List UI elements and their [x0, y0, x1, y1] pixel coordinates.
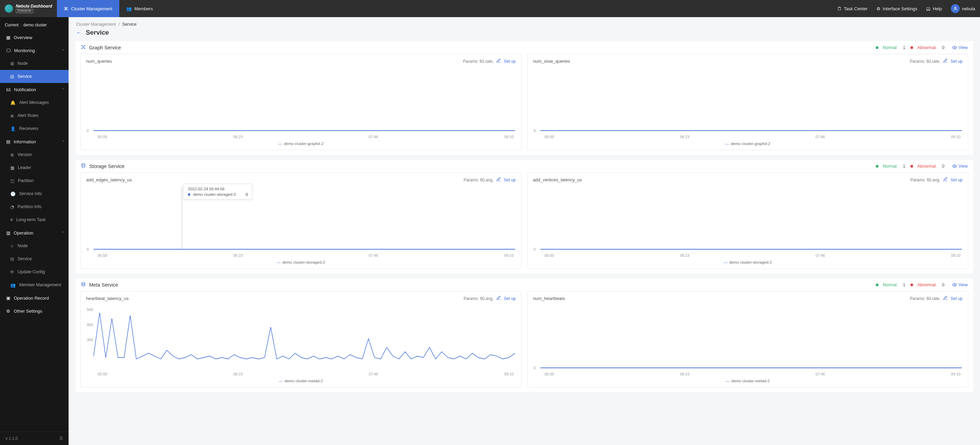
x-tick: 09:10 — [504, 253, 514, 257]
nav-cluster-management[interactable]: ⌘ Cluster Management — [57, 0, 119, 17]
sidebar-item-label: Operation Record — [14, 296, 49, 301]
tooltip-value: 0 — [246, 192, 248, 196]
sidebar-item-label: Version — [18, 152, 32, 157]
edit-icon[interactable] — [943, 177, 948, 183]
sidebar-monitoring[interactable]: 🖵Monitoring⌃ — [0, 44, 68, 57]
sidebar-alert-messages[interactable]: 🔔Alert Messages — [0, 96, 68, 109]
help-icon: 🕮 — [926, 6, 931, 11]
current-label: Current — [5, 22, 19, 27]
sidebar-service-info[interactable]: 🕐Service Info — [0, 187, 68, 200]
sidebar-information[interactable]: ▤Information⌃ — [0, 135, 68, 148]
sidebar-update-config[interactable]: ⟳Update Config — [0, 265, 68, 278]
service-section-graph: Graph Service Normal: 1 Abnormal: 0 View… — [75, 41, 973, 155]
nav-label: Cluster Management — [71, 6, 113, 11]
sidebar-item-label: Operation — [14, 230, 33, 235]
view-label: View — [958, 283, 968, 287]
sidebar-overview[interactable]: ▦Overview — [0, 31, 68, 44]
y-tick: 0 — [87, 247, 89, 251]
x-tick: 06:23 — [233, 372, 243, 376]
nav-members[interactable]: 👥 Members — [119, 0, 160, 17]
breadcrumb-item[interactable]: Cluster Management — [76, 22, 116, 27]
sidebar-item-label: Monitoring — [14, 48, 35, 53]
setup-link[interactable]: Set up — [504, 59, 516, 64]
section-title: Storage Service — [89, 164, 124, 169]
sidebar-item-label: Node — [18, 61, 28, 66]
y-tick: 0 — [533, 129, 536, 133]
sidebar-partition-info[interactable]: ◔Partition Info — [0, 200, 68, 213]
view-label: View — [958, 164, 968, 168]
setup-link[interactable]: Set up — [950, 296, 963, 301]
chart-title: add_edges_latency_us — [86, 177, 132, 183]
brand-name: Nebula Dashboard — [16, 4, 52, 9]
legend-label: demo cluster-graphd-2 — [284, 141, 324, 146]
storage-service-icon — [81, 163, 86, 169]
view-link[interactable]: View — [952, 45, 968, 50]
x-tick: 06:23 — [233, 135, 243, 139]
dashboard-icon: ▦ — [6, 35, 10, 40]
sidebar-operation-node[interactable]: ⊹Node — [0, 239, 68, 252]
back-arrow-icon[interactable]: ← — [76, 30, 82, 36]
view-link[interactable]: View — [952, 283, 968, 287]
y-tick: 0 — [533, 247, 536, 251]
section-title: Graph Service — [89, 45, 121, 51]
status-normal-count: 1 — [902, 45, 906, 50]
sidebar-monitoring-node[interactable]: ⊞Node — [0, 57, 68, 70]
user-menu[interactable]: nebula — [951, 4, 975, 13]
setup-link[interactable]: Set up — [504, 178, 516, 183]
status-dot-normal — [876, 283, 878, 286]
x-tick: 07:46 — [369, 253, 378, 257]
collapse-sidebar-icon[interactable]: ☰ — [59, 436, 63, 441]
sidebar-alert-rules[interactable]: ≣Alert Rules — [0, 109, 68, 122]
x-tick: 06:23 — [233, 253, 243, 257]
sidebar-leader[interactable]: ▦Leader — [0, 161, 68, 174]
user-name: nebula — [962, 6, 975, 11]
edit-icon[interactable] — [496, 296, 501, 301]
chevron-up-icon: ⌃ — [62, 231, 64, 235]
sidebar-item-label: Member Management — [19, 283, 61, 287]
edit-icon[interactable] — [943, 296, 948, 301]
setup-link[interactable]: Set up — [950, 178, 963, 183]
x-tick: 07:46 — [815, 135, 825, 139]
view-link[interactable]: View — [952, 164, 968, 168]
brand-tag: Enterprise — [16, 9, 33, 13]
x-tick: 07:46 — [815, 253, 825, 257]
edit-icon[interactable] — [943, 58, 948, 64]
task-center-button[interactable]: 🗒 Task Center — [837, 6, 867, 11]
sidebar-partition[interactable]: ◫Partition — [0, 174, 68, 187]
help-button[interactable]: 🕮 Help — [926, 6, 942, 11]
sidebar-member-management[interactable]: 👥Member Management — [0, 278, 68, 291]
edit-icon[interactable] — [496, 177, 501, 183]
sidebar-operation-record[interactable]: ▣Operation Record — [0, 291, 68, 304]
sidebar-operation[interactable]: ▥Operation⌃ — [0, 226, 68, 239]
x-tick: 09:10 — [951, 253, 961, 257]
info-icon: ▤ — [6, 139, 10, 144]
chart-title: num_heartbeats — [533, 296, 565, 301]
interface-settings-button[interactable]: ⚙ Interface Settings — [877, 6, 917, 11]
meta-service-icon — [81, 282, 86, 288]
bell-icon: 🖂 — [6, 87, 11, 92]
svg-point-9 — [954, 165, 955, 167]
breadcrumb-sep: / — [117, 22, 121, 27]
current-value: demo cluster — [23, 22, 47, 27]
y-tick: 0 — [87, 129, 89, 133]
sidebar-notification[interactable]: 🖂Notification⌃ — [0, 83, 68, 96]
sidebar-monitoring-service[interactable]: ⊟Service — [0, 70, 68, 83]
eye-icon — [952, 164, 957, 168]
svg-point-8 — [82, 164, 85, 165]
sidebar-operation-service[interactable]: ⊟Service — [0, 252, 68, 265]
chart-card: add_vertices_latency_us Params: 60,avg, … — [527, 172, 968, 269]
chart-params: Params: 60,rate, — [910, 296, 940, 301]
legend-marker-icon: — — [725, 379, 729, 383]
setup-link[interactable]: Set up — [950, 59, 963, 64]
legend-marker-icon: — — [277, 260, 280, 264]
sidebar-version[interactable]: ⊕Version — [0, 148, 68, 161]
status-dot-abnormal — [910, 165, 913, 168]
eye-icon — [952, 283, 957, 287]
sidebar-receivers[interactable]: 👤Receivers — [0, 122, 68, 135]
sidebar-long-term-task[interactable]: ≡Long-term Task — [0, 213, 68, 226]
setup-link[interactable]: Set up — [504, 296, 516, 301]
sidebar-item-label: Service Info — [19, 191, 42, 196]
sidebar-other-settings[interactable]: ⚙Other Settings — [0, 304, 68, 318]
edit-icon[interactable] — [496, 58, 501, 64]
chevron-up-icon: ⌃ — [62, 49, 64, 52]
